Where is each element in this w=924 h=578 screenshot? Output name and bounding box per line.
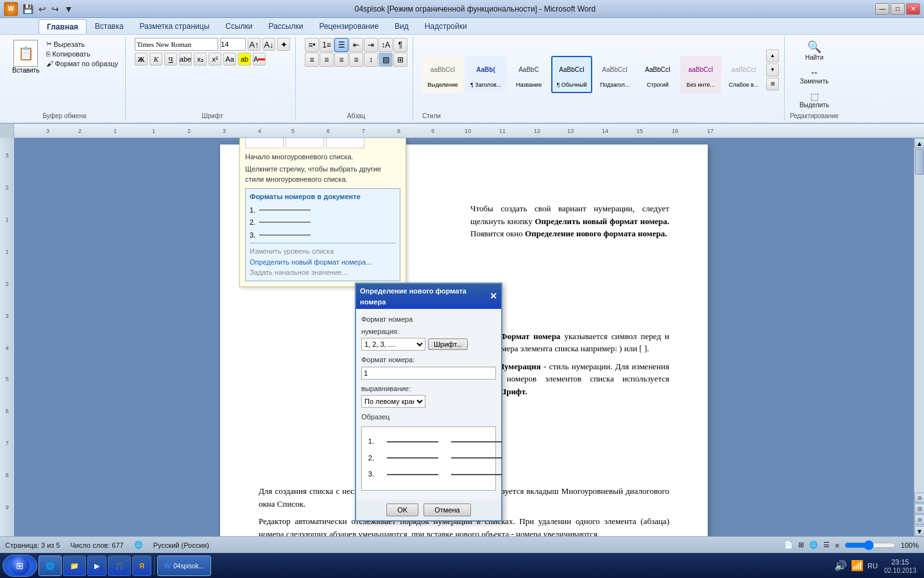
font-size-select[interactable] <box>220 38 246 51</box>
italic-button[interactable]: К <box>150 53 162 66</box>
tab-view[interactable]: Вид <box>387 19 416 34</box>
tray-network-icon[interactable]: 📶 <box>851 559 864 572</box>
alignment-select[interactable]: По левому краю <box>361 395 425 408</box>
find-button[interactable]: 🔍 Найти <box>796 38 832 63</box>
tab-page-layout[interactable]: Разметка страницы <box>132 19 217 34</box>
justify-button[interactable]: ≡ <box>349 53 363 67</box>
taskbar-yandex-button[interactable]: Я <box>132 556 151 576</box>
list-style-cell-6[interactable] <box>326 138 364 148</box>
maximize-button[interactable]: □ <box>891 3 905 15</box>
paste-button[interactable]: 📋 Вставить <box>9 38 42 76</box>
styles-scroll-up[interactable]: ▲ <box>766 49 779 62</box>
bold-button[interactable]: Ж <box>135 53 148 66</box>
taskbar-explorer-button[interactable]: 📁 <box>63 556 86 576</box>
list-style-cell-4[interactable] <box>245 138 284 148</box>
preview-item-3: 3. <box>355 468 502 481</box>
cancel-button[interactable]: Отмена <box>424 504 470 516</box>
bullets-button[interactable]: ≡• <box>305 38 319 52</box>
scroll-up-button[interactable]: ▲ <box>914 138 924 148</box>
increase-font-button[interactable]: A↑ <box>248 38 261 51</box>
taskbar-wmp-button[interactable]: 🎵 <box>108 556 131 576</box>
view-fullscreen-icon[interactable]: ⊞ <box>798 541 804 549</box>
select-button[interactable]: ⬚ Выделить <box>796 89 832 110</box>
tab-references[interactable]: Ссылки <box>218 19 260 34</box>
multilevel-list-button[interactable]: ☰ <box>334 38 348 52</box>
copy-button[interactable]: ⎘ Копировать <box>44 49 120 58</box>
highlight-color-button[interactable]: ab <box>238 53 251 66</box>
tab-home[interactable]: Главная <box>38 19 87 34</box>
taskbar-ie-button[interactable]: 🌐 <box>38 556 62 576</box>
style-heading[interactable]: AaBb( ¶ Заголов... <box>465 56 506 93</box>
font-color-button[interactable]: A <box>253 53 266 66</box>
style-subtitle[interactable]: AaBbCcI Подзагол... <box>594 56 635 93</box>
tab-insert[interactable]: Вставка <box>87 19 132 34</box>
align-left-button[interactable]: ≡ <box>305 53 319 67</box>
tray-volume-icon[interactable]: 🔊 <box>834 559 847 572</box>
menu-item-define-new[interactable]: Определить новый формат номера... <box>250 257 396 268</box>
formats-item-3: 3. <box>250 230 396 241</box>
style-selection[interactable]: aaBbCcI Выделение <box>422 56 463 93</box>
view-outline-icon[interactable]: ☰ <box>823 541 830 549</box>
clear-formatting-button[interactable]: ✦ <box>277 38 290 51</box>
taskbar-word-button[interactable]: W 04spisok... <box>157 556 211 576</box>
scroll-down-button[interactable]: ▼ <box>914 526 924 536</box>
style-normal[interactable]: AaBbCcI ¶ Обычный <box>551 56 592 93</box>
scroll-page-down[interactable]: ⊙ <box>914 514 924 525</box>
text-effects-button[interactable]: Aa <box>223 53 236 66</box>
view-print-icon[interactable]: 📄 <box>784 541 793 549</box>
numbering-button[interactable]: 1≡ <box>320 38 334 52</box>
replace-button[interactable]: ↔ Заменить <box>796 66 832 87</box>
minimize-button[interactable]: — <box>875 3 889 15</box>
font-button[interactable]: Шрифт... <box>428 338 468 350</box>
dialog-close-button[interactable]: ✕ <box>490 290 497 303</box>
style-strong[interactable]: AaBbCcI Строгий <box>637 56 678 93</box>
start-button[interactable]: ⊞ <box>3 555 37 577</box>
align-center-button[interactable]: ≡ <box>320 53 334 67</box>
taskbar-mediaplayer-button[interactable]: ▶ <box>87 556 107 576</box>
align-right-button[interactable]: ≡ <box>334 53 348 67</box>
ok-button[interactable]: OK <box>386 504 418 516</box>
customize-qa-button[interactable]: ▼ <box>62 3 75 15</box>
document-page: Многоуровневый список a) b) c) <box>220 144 708 536</box>
style-weak[interactable]: aaBbCcI Слабое в... <box>723 56 764 93</box>
format-painter-button[interactable]: 🖌 Формат по образцу <box>44 59 120 68</box>
scroll-thumb[interactable] <box>915 149 924 175</box>
scroll-page-selector[interactable]: ⊡ <box>914 504 924 514</box>
font-name-select[interactable] <box>135 38 218 51</box>
increase-indent-button[interactable]: ⇥ <box>364 38 378 52</box>
superscript-button[interactable]: x² <box>209 53 221 66</box>
redo-button[interactable]: ↪ <box>49 3 61 15</box>
sort-button[interactable]: ↕A <box>379 38 393 52</box>
office-logo-icon[interactable]: W <box>4 2 18 16</box>
list-style-cell-5[interactable] <box>286 138 324 148</box>
tab-mailings[interactable]: Рассылки <box>261 19 311 34</box>
zoom-slider[interactable] <box>844 540 896 550</box>
dialog-preview: 1. 2. 3. <box>361 426 496 491</box>
numbering-select[interactable]: 1, 2, 3, .... <box>361 338 425 351</box>
decrease-indent-button[interactable]: ⇤ <box>349 38 363 52</box>
style-title[interactable]: AaBbC Название <box>508 56 549 93</box>
tab-addins[interactable]: Надстройки <box>417 19 475 34</box>
styles-expand[interactable]: ⊞ <box>766 78 779 91</box>
borders-button[interactable]: ⊞ <box>393 53 407 67</box>
tab-review[interactable]: Рецензирование <box>311 19 386 34</box>
view-web-icon[interactable]: 🌐 <box>809 541 818 549</box>
underline-button[interactable]: Ч <box>164 53 177 66</box>
view-draft-icon[interactable]: ≡ <box>835 541 839 549</box>
scroll-page-up[interactable]: ⊙ <box>914 493 924 503</box>
line-spacing-button[interactable]: ↕ <box>364 53 378 67</box>
save-button[interactable]: 💾 <box>21 3 35 15</box>
show-formatting-button[interactable]: ¶ <box>393 38 407 52</box>
number-format-input[interactable] <box>361 367 496 380</box>
strikethrough-button[interactable]: abe <box>179 53 192 66</box>
decrease-font-button[interactable]: A↓ <box>262 38 275 51</box>
menu-item-change-level[interactable]: Изменить уровень списка <box>250 246 396 257</box>
styles-scroll-down[interactable]: ▼ <box>766 64 779 76</box>
undo-button[interactable]: ↩ <box>37 3 48 15</box>
shading-button[interactable]: ▨ <box>379 53 393 67</box>
subscript-button[interactable]: x₂ <box>194 53 207 66</box>
menu-item-set-start[interactable]: Задать начальное значение... <box>250 267 396 278</box>
cut-button[interactable]: ✂ Вырезать <box>44 39 120 49</box>
close-button[interactable]: ✕ <box>906 3 920 15</box>
style-no-spacing[interactable]: aaBbCcI Без инте... <box>680 56 721 93</box>
